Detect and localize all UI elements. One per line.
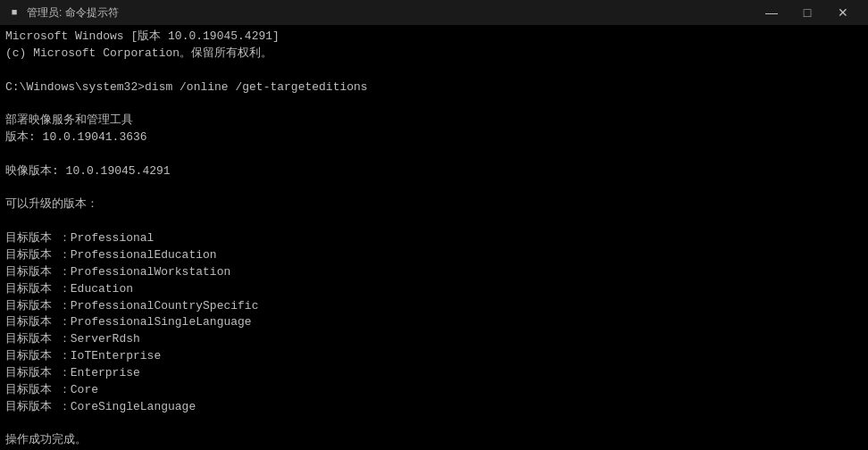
terminal-line: 目标版本 ：ProfessionalSingleLanguage [5, 314, 863, 331]
terminal-line: 目标版本 ：CoreSingleLanguage [5, 399, 863, 416]
close-button[interactable]: ✕ [825, 0, 861, 25]
terminal-line: 目标版本 ：ServerRdsh [5, 331, 863, 348]
terminal-line [5, 62, 863, 79]
terminal-line: 目标版本 ：ProfessionalEducation [5, 247, 863, 264]
terminal-line: C:\Windows\system32>dism /online /get-ta… [5, 79, 863, 96]
minimize-button[interactable]: — [754, 0, 789, 25]
terminal-line [5, 213, 863, 230]
restore-button[interactable]: □ [789, 0, 825, 25]
window-controls: — □ ✕ [754, 0, 861, 25]
terminal-line: 目标版本 ：Enterprise [5, 365, 863, 382]
cmd-window: ■ 管理员: 命令提示符 — □ ✕ Microsoft Windows [版本… [0, 0, 868, 450]
terminal-line: 版本: 10.0.19041.3636 [5, 129, 863, 146]
terminal-line: 目标版本 ：Education [5, 281, 863, 298]
terminal-line: Microsoft Windows [版本 10.0.19045.4291] [5, 29, 863, 46]
terminal-line [5, 415, 863, 432]
terminal-line [5, 180, 863, 197]
terminal-line: (c) Microsoft Corporation。保留所有权利。 [5, 46, 863, 62]
terminal-line: 目标版本 ：Professional [5, 230, 863, 247]
terminal-line: 可以升级的版本： [5, 196, 863, 213]
terminal-content: Microsoft Windows [版本 10.0.19045.4291](c… [0, 25, 868, 450]
terminal-line: 部署映像服务和管理工具 [5, 112, 863, 129]
terminal-line [5, 146, 863, 163]
window-title: 管理员: 命令提示符 [27, 5, 119, 21]
terminal-line: 目标版本 ：ProfessionalCountrySpecific [5, 298, 863, 315]
terminal-line: 目标版本 ：ProfessionalWorkstation [5, 264, 863, 281]
title-bar-left: ■ 管理员: 命令提示符 [7, 5, 119, 21]
terminal-line: 目标版本 ：IoTEnterprise [5, 348, 863, 365]
title-bar: ■ 管理员: 命令提示符 — □ ✕ [0, 0, 868, 25]
terminal-line: 映像版本: 10.0.19045.4291 [5, 163, 863, 180]
terminal-line: 目标版本 ：Core [5, 382, 863, 399]
cmd-icon: ■ [7, 5, 21, 20]
terminal-line: 操作成功完成。 [5, 432, 863, 449]
terminal-line [5, 96, 863, 112]
